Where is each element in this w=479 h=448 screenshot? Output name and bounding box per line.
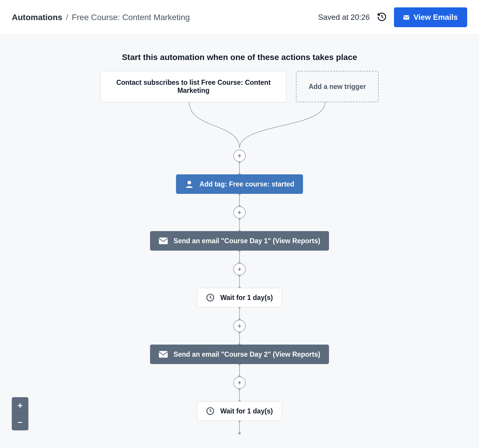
- user-icon: [185, 180, 194, 189]
- history-icon[interactable]: [377, 12, 387, 23]
- breadcrumb: Automations / Free Course: Content Marke…: [12, 13, 190, 22]
- connector-line: [239, 251, 240, 263]
- mail-icon: [159, 236, 168, 245]
- start-heading: Start this automation when one of these …: [0, 53, 479, 62]
- breadcrumb-root[interactable]: Automations: [12, 13, 62, 22]
- connector-line: [239, 275, 240, 288]
- clock-icon: [206, 293, 214, 302]
- step-label: Wait for 1 day(s): [220, 294, 273, 302]
- step-label: Send an email "Course Day 2" (View Repor…: [174, 350, 320, 358]
- clock-icon: [206, 407, 214, 415]
- view-emails-label: View Emails: [413, 13, 458, 22]
- svg-rect-4: [159, 351, 168, 358]
- connector-line: [239, 162, 240, 174]
- zoom-out-button[interactable]: –: [12, 414, 28, 430]
- mail-icon: [159, 350, 168, 359]
- add-step-button[interactable]: +: [233, 263, 246, 275]
- triggers-row: Contact subscribes to list Free Course: …: [0, 71, 479, 102]
- view-emails-button[interactable]: View Emails: [394, 7, 467, 27]
- header-right: Saved at 20:26 View Emails: [318, 7, 467, 27]
- svg-point-1: [187, 181, 191, 185]
- add-trigger-button[interactable]: Add a new trigger: [296, 71, 379, 102]
- add-step-button[interactable]: +: [233, 150, 246, 162]
- add-step-button[interactable]: +: [233, 376, 246, 389]
- saved-status: Saved at 20:26: [318, 13, 370, 22]
- add-step-button[interactable]: +: [233, 206, 246, 219]
- svg-rect-2: [159, 238, 168, 244]
- zoom-controls: + –: [12, 397, 28, 430]
- automation-canvas[interactable]: Start this automation when one of these …: [0, 35, 479, 448]
- connector-line: [239, 364, 240, 376]
- breadcrumb-current: Free Course: Content Marketing: [72, 13, 190, 22]
- add-step-button[interactable]: +: [233, 320, 246, 332]
- step-label: Add tag: Free course: started: [200, 180, 294, 188]
- step-wait-2[interactable]: Wait for 1 day(s): [197, 401, 282, 421]
- connector-line: [239, 194, 240, 206]
- step-wait-1[interactable]: Wait for 1 day(s): [197, 288, 282, 307]
- header-bar: Automations / Free Course: Content Marke…: [0, 0, 479, 35]
- connector-line: [239, 307, 240, 320]
- breadcrumb-separator: /: [66, 13, 68, 22]
- flow-column: + Add tag: Free course: started + Send a…: [0, 102, 479, 433]
- mail-icon: [403, 13, 409, 22]
- step-label: Send an email "Course Day 1" (View Repor…: [174, 237, 320, 245]
- step-label: Wait for 1 day(s): [220, 407, 273, 415]
- trigger-card[interactable]: Contact subscribes to list Free Course: …: [100, 71, 286, 102]
- connector-line: [239, 332, 240, 345]
- step-send-email-1[interactable]: Send an email "Course Day 1" (View Repor…: [150, 231, 329, 251]
- connector-line: [239, 389, 240, 401]
- svg-rect-0: [403, 15, 409, 20]
- zoom-in-button[interactable]: +: [12, 397, 28, 414]
- connector-line: [239, 421, 240, 433]
- trigger-connector: [133, 102, 346, 150]
- step-send-email-2[interactable]: Send an email "Course Day 2" (View Repor…: [150, 345, 329, 364]
- connector-line: [239, 219, 240, 231]
- step-add-tag[interactable]: Add tag: Free course: started: [176, 174, 303, 194]
